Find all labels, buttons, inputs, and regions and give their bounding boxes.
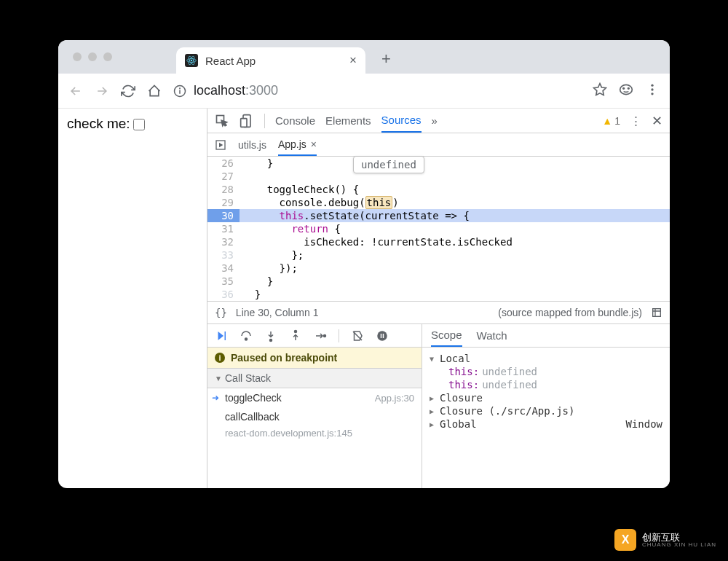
traffic-lights <box>73 52 112 61</box>
stack-frame[interactable]: toggleCheck App.js:30 <box>207 388 422 407</box>
svg-rect-16 <box>241 118 247 127</box>
stack-frame[interactable]: callCallback <box>207 407 422 426</box>
tab-sources[interactable]: Sources <box>381 109 422 133</box>
debug-toolbar <box>207 324 422 348</box>
svg-point-0 <box>191 60 193 62</box>
file-tab-utils[interactable]: utils.js <box>238 135 266 155</box>
devtools-panel: Console Elements Sources » ▲1 ⋮ ✕ utils.… <box>207 109 670 488</box>
watermark-badge: X <box>614 529 636 551</box>
close-tab-icon[interactable]: × <box>349 53 357 68</box>
resume-icon[interactable] <box>215 329 228 342</box>
reload-button[interactable] <box>121 84 135 98</box>
watermark-en: CHUANG XIN HU LIAN <box>642 542 716 548</box>
editor-status: {} Line 30, Column 1 (source mapped from… <box>207 301 670 324</box>
devtools-menu-icon[interactable]: ⋮ <box>630 109 641 133</box>
new-tab-button[interactable]: + <box>381 50 391 68</box>
step-into-icon[interactable] <box>264 329 277 342</box>
file-tabs: utils.js App.js× <box>207 133 670 157</box>
device-icon[interactable] <box>240 114 254 128</box>
watermark: X 创新互联 CHUANG XIN HU LIAN <box>614 529 716 551</box>
debugger-pane: i Paused on breakpoint ▼Call Stack toggl… <box>207 324 670 488</box>
svg-point-11 <box>651 84 653 86</box>
site-info-icon[interactable] <box>173 85 186 98</box>
address-bar: localhost:3000 <box>58 74 670 109</box>
svg-point-13 <box>651 93 653 95</box>
scope-closure[interactable]: ▶Closure <box>430 391 662 404</box>
code-editor[interactable]: undefined 26 } 27 28 toggleCheck() { 29 … <box>207 157 670 301</box>
svg-point-22 <box>295 330 297 332</box>
hover-tooltip: undefined <box>353 156 424 173</box>
devtools-close-icon[interactable]: ✕ <box>652 113 662 129</box>
watermark-cn: 创新互联 <box>642 533 716 542</box>
menu-icon[interactable] <box>645 82 660 100</box>
info-icon: i <box>215 353 225 363</box>
step-icon[interactable] <box>314 329 327 342</box>
inspect-icon[interactable] <box>215 114 229 128</box>
devtools-header: Console Elements Sources » ▲1 ⋮ ✕ <box>207 109 670 133</box>
navigator-toggle-icon[interactable] <box>215 139 226 151</box>
forward-button[interactable] <box>95 84 109 98</box>
traffic-minimize[interactable] <box>88 52 97 61</box>
scope-tabs: Scope Watch <box>422 324 670 348</box>
tab-console[interactable]: Console <box>275 109 315 132</box>
debugger-right: Scope Watch ▼Local this: undefined this:… <box>422 324 670 488</box>
home-button[interactable] <box>147 84 162 98</box>
debugger-left: i Paused on breakpoint ▼Call Stack toggl… <box>207 324 422 488</box>
scope-tree: ▼Local this: undefined this: undefined ▶… <box>422 348 670 435</box>
url-port: :3000 <box>245 83 278 98</box>
svg-point-25 <box>377 331 387 341</box>
url-host: localhost <box>194 83 245 98</box>
tab-watch[interactable]: Watch <box>477 325 507 346</box>
tab-scope[interactable]: Scope <box>431 324 462 347</box>
back-button[interactable] <box>68 84 83 98</box>
svg-rect-26 <box>381 334 382 338</box>
file-tab-app[interactable]: App.js× <box>278 134 317 156</box>
scope-global[interactable]: ▶GlobalWindow <box>430 417 662 431</box>
svg-point-9 <box>623 87 625 89</box>
callstack-header[interactable]: ▼Call Stack <box>207 369 422 388</box>
checkbox-label: check me: <box>67 116 130 132</box>
tab-bar: React App × + <box>58 40 670 74</box>
tab-title: React App <box>205 55 342 67</box>
scope-closure[interactable]: ▶Closure (./src/App.js) <box>430 404 662 417</box>
page-content: check me: <box>58 109 207 488</box>
svg-point-8 <box>620 85 633 94</box>
svg-point-23 <box>324 334 326 337</box>
paused-banner: i Paused on breakpoint <box>207 348 422 369</box>
deactivate-breakpoints-icon[interactable] <box>351 329 364 342</box>
stack-frame-location: react-dom.development.js:145 <box>207 426 422 443</box>
browser-window: React App × + localhost:3000 check me: <box>58 40 670 488</box>
warning-icon: ▲ <box>602 115 612 127</box>
svg-rect-18 <box>653 309 661 317</box>
traffic-close[interactable] <box>73 52 82 61</box>
svg-marker-7 <box>594 83 606 95</box>
close-file-icon[interactable]: × <box>311 138 317 150</box>
scope-local[interactable]: ▼Local <box>430 352 662 365</box>
tabs-overflow-icon[interactable]: » <box>432 109 438 132</box>
url-field[interactable]: localhost:3000 <box>173 83 581 98</box>
content-area: check me: Console Elements Sources » ▲1 … <box>58 109 670 488</box>
svg-point-20 <box>245 338 248 340</box>
tab-elements[interactable]: Elements <box>325 109 371 132</box>
traffic-zoom[interactable] <box>103 52 112 61</box>
check-me-checkbox[interactable] <box>133 119 145 130</box>
step-over-icon[interactable] <box>240 329 253 342</box>
svg-point-12 <box>651 88 653 90</box>
profile-icon[interactable] <box>619 82 633 100</box>
svg-rect-19 <box>225 332 226 340</box>
bookmark-icon[interactable] <box>593 82 607 100</box>
svg-point-21 <box>270 339 272 341</box>
step-out-icon[interactable] <box>289 329 302 342</box>
source-mapped: (source mapped from bundle.js) <box>498 307 642 318</box>
warning-count[interactable]: ▲1 <box>602 115 620 127</box>
sourcemap-icon[interactable] <box>651 307 662 318</box>
svg-rect-27 <box>383 334 384 338</box>
pretty-print-icon[interactable]: {} <box>215 307 227 318</box>
browser-tab[interactable]: React App × <box>176 47 365 74</box>
svg-point-10 <box>628 87 630 89</box>
cursor-position: Line 30, Column 1 <box>236 307 489 318</box>
svg-point-6 <box>180 87 181 88</box>
pause-on-exceptions-icon[interactable] <box>376 329 389 342</box>
breakpoint-line[interactable]: 30 this.setState(currentState => { <box>207 209 670 222</box>
react-icon <box>185 54 198 67</box>
